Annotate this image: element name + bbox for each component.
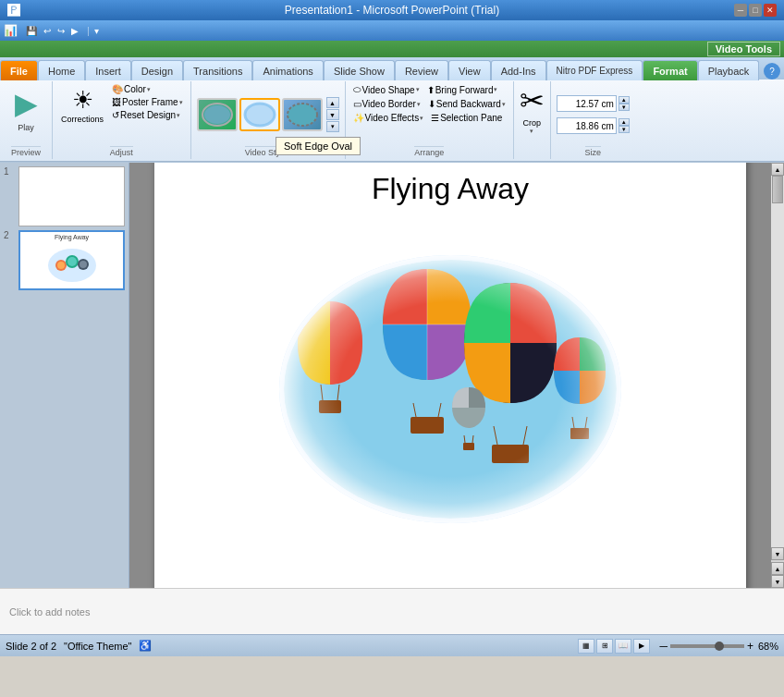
close-button[interactable]: ✕ (764, 4, 777, 17)
video-effects-button[interactable]: ✨ Video Effects ▾ (351, 112, 426, 124)
accessibility-icon[interactable]: ♿ (139, 640, 152, 652)
height-increase-button[interactable]: ▲ (619, 96, 630, 104)
canvas-scroll: Flying Away (129, 163, 771, 588)
tab-design[interactable]: Design (131, 60, 183, 80)
style-svg-1 (200, 101, 235, 128)
width-input[interactable] (557, 117, 617, 134)
scroll-thumb[interactable] (772, 176, 783, 203)
send-backward-button[interactable]: ⬇ Send Backward ▾ (426, 98, 508, 110)
notes-placeholder: Click to add notes (9, 606, 90, 618)
style-scroll-more[interactable]: ▾ (326, 121, 339, 132)
zoom-out-button[interactable]: ─ (659, 640, 668, 653)
scroll-bottom2-button[interactable]: ▼ (771, 575, 784, 588)
tab-review[interactable]: Review (395, 60, 448, 80)
slide-item-2[interactable]: 2 Flying Away (4, 230, 125, 290)
crop-dropdown-arrow[interactable]: ▾ (530, 128, 533, 135)
slide2-mini-content (22, 240, 121, 287)
tab-addins[interactable]: Add-Ins (491, 60, 546, 80)
crop-icon: ✂ (520, 83, 545, 118)
tab-slideshow[interactable]: Slide Show (324, 60, 395, 80)
svg-point-39 (279, 255, 621, 523)
reading-view-button[interactable]: 📖 (615, 639, 631, 654)
bring-forward-button[interactable]: ⬆ Bring Forward ▾ (425, 83, 500, 96)
slide2-mini-svg (44, 245, 100, 282)
minimize-button[interactable]: ─ (734, 4, 747, 17)
zoom-in-button[interactable]: + (747, 640, 753, 653)
send-backward-arrow: ▾ (502, 101, 506, 108)
tab-playback[interactable]: Playback (698, 60, 760, 80)
status-bar: Slide 2 of 2 "Office Theme" ♿ ▦ ⊞ 📖 ▶ ─ … (0, 634, 784, 656)
scroll-bottom-button[interactable]: ▲ (771, 562, 784, 575)
slide-thumb-1[interactable] (18, 166, 125, 226)
tab-home[interactable]: Home (38, 60, 85, 80)
arrange-row2: ▭ Video Border ▾ ⬇ Send Backward ▾ (351, 98, 508, 110)
maximize-button[interactable]: □ (749, 4, 762, 17)
slide-sorter-button[interactable]: ⊞ (596, 639, 613, 654)
selection-pane-label: Selection Pane (440, 113, 502, 123)
slide-thumb-2[interactable]: Flying Away (18, 230, 125, 290)
crop-button[interactable]: ✂ Crop ▾ (514, 81, 551, 159)
size-content: ▲ ▼ ▲ ▼ (557, 83, 630, 146)
tab-file[interactable]: File (0, 60, 38, 80)
scroll-down-button[interactable]: ▼ (771, 547, 784, 560)
play-button[interactable]: ▶ (69, 25, 80, 37)
width-decrease-button[interactable]: ▼ (619, 126, 630, 133)
play-label: Play (18, 123, 34, 132)
tooltip-text: Soft Edge Oval (284, 141, 352, 152)
style-thumb-3[interactable] (282, 98, 323, 131)
selection-pane-button[interactable]: ☰ Selection Pane (429, 112, 504, 124)
reset-design-button[interactable]: ↺ Reset Design ▾ (110, 109, 185, 121)
style-scroll-down[interactable]: ▼ (326, 109, 339, 120)
tab-animations[interactable]: Animations (252, 60, 323, 80)
color-label: Color (124, 84, 146, 94)
height-decrease-button[interactable]: ▼ (619, 104, 630, 111)
style-svg-2 (242, 101, 277, 128)
selection-pane-icon: ☰ (431, 113, 439, 123)
slideshow-button[interactable]: ▶ (633, 639, 650, 654)
play-button[interactable]: ▶ Play (6, 83, 46, 139)
tab-transitions[interactable]: Transitions (183, 60, 252, 80)
color-button[interactable]: 🎨 Color ▾ (110, 83, 185, 95)
tab-format[interactable]: Format (643, 60, 697, 80)
scroll-track[interactable] (771, 176, 784, 547)
height-input[interactable] (557, 95, 617, 112)
svg-point-11 (80, 261, 87, 268)
canvas-and-scroll: Flying Away (129, 163, 784, 588)
normal-view-button[interactable]: ▦ (578, 639, 594, 654)
video-shape-button[interactable]: ⬭ Video Shape ▾ (351, 83, 422, 96)
video-border-button[interactable]: ▭ Video Border ▾ (351, 98, 423, 110)
style-scroll-up[interactable]: ▲ (326, 97, 339, 108)
video-shape-label: Video Shape (362, 85, 415, 95)
tab-insert[interactable]: Insert (85, 60, 131, 80)
slide-item-1[interactable]: 1 (4, 166, 125, 226)
arrange-row3: ✨ Video Effects ▾ ☰ Selection Pane (351, 112, 505, 124)
help-button[interactable]: ? (764, 63, 780, 79)
corrections-button[interactable]: ☀ Corrections (58, 83, 106, 141)
app-icon: 🅿 (7, 3, 20, 18)
bring-forward-label: Bring Forward (435, 85, 494, 95)
width-increase-button[interactable]: ▲ (619, 118, 630, 126)
zoom-slider[interactable] (670, 644, 744, 648)
qa-separator: | (87, 25, 90, 36)
ribbon: ▶ Play Preview ☀ Corrections 🎨 Color ▾ (0, 79, 784, 161)
slide-panel: 1 2 Flying Away (0, 163, 129, 588)
style-thumb-2[interactable] (239, 98, 280, 131)
customize-qa-button[interactable]: ▾ (92, 25, 101, 37)
video-effects-label: Video Effects (365, 113, 420, 123)
slide-video[interactable] (275, 251, 626, 528)
tab-view[interactable]: View (448, 60, 491, 80)
redo-button[interactable]: ↪ (55, 25, 67, 37)
bring-forward-arrow: ▾ (494, 86, 497, 93)
scroll-up-button[interactable]: ▲ (771, 163, 784, 176)
notes-area[interactable]: Click to add notes (0, 588, 784, 634)
style-thumb-1[interactable] (197, 98, 238, 131)
tab-nitro[interactable]: Nitro PDF Express (546, 60, 643, 80)
zoom-handle[interactable] (715, 642, 724, 651)
slide-canvas[interactable]: Flying Away (154, 163, 746, 588)
send-backward-icon: ⬇ (428, 99, 435, 109)
width-spinbox-buttons: ▲ ▼ (619, 118, 630, 133)
save-button[interactable]: 💾 (24, 25, 39, 37)
style-inner-2 (241, 100, 278, 129)
poster-frame-button[interactable]: 🖼 Poster Frame ▾ (110, 96, 185, 108)
undo-button[interactable]: ↩ (42, 25, 53, 37)
